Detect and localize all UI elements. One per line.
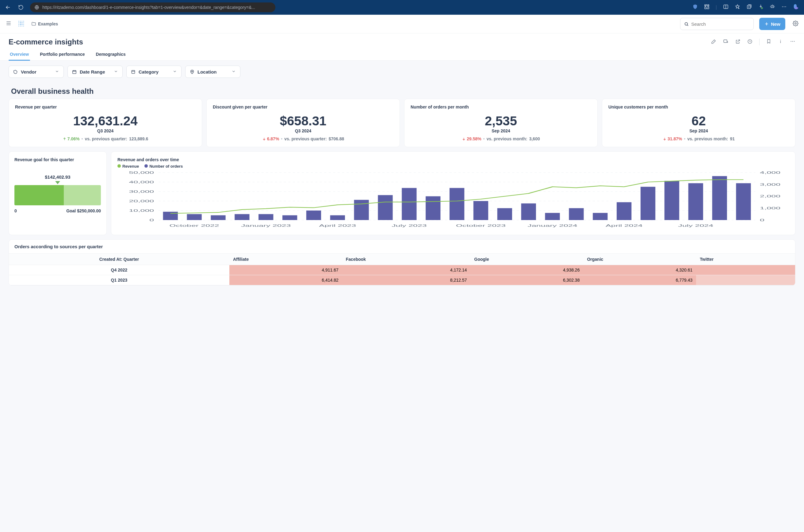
breadcrumb[interactable]: Examples xyxy=(31,21,58,26)
bookmark-button[interactable] xyxy=(766,39,771,45)
svg-point-23 xyxy=(685,22,688,25)
chevron-down-icon xyxy=(173,69,177,74)
svg-point-30 xyxy=(792,41,793,42)
downloads-icon[interactable] xyxy=(758,4,764,11)
metric-compare-label: vs. previous month: xyxy=(487,136,527,141)
svg-point-13 xyxy=(18,24,19,25)
divider xyxy=(759,39,760,45)
filter-category[interactable]: Category xyxy=(126,65,182,78)
svg-point-22 xyxy=(21,24,22,25)
info-button[interactable] xyxy=(778,39,783,45)
table-col-header[interactable]: Facebook xyxy=(342,254,471,265)
history-button[interactable] xyxy=(747,39,752,45)
svg-text:July 2024: July 2024 xyxy=(678,224,713,227)
svg-rect-74 xyxy=(688,183,703,220)
table-col-header[interactable]: Twitter xyxy=(696,254,795,265)
search-input[interactable] xyxy=(691,21,750,27)
table-col-header[interactable]: Created At: Quarter xyxy=(9,254,229,265)
table-cell[interactable]: 6,779.43 xyxy=(583,275,696,285)
metric-period: Q3 2024 xyxy=(15,128,195,133)
svg-point-27 xyxy=(780,40,781,40)
metric-delta: 29.58% xyxy=(462,136,481,141)
collections-icon[interactable] xyxy=(746,4,752,11)
svg-rect-53 xyxy=(187,214,202,220)
metric-period: Sep 2024 xyxy=(411,128,591,133)
breadcrumb-label: Examples xyxy=(38,21,58,26)
goal-axis-start: 0 xyxy=(14,208,17,213)
table-col-header[interactable]: Affiliate xyxy=(229,254,342,265)
add-card-button[interactable] xyxy=(723,39,729,45)
settings-button[interactable] xyxy=(793,21,799,27)
table-cell[interactable] xyxy=(696,275,795,285)
tab-demographics[interactable]: Demographics xyxy=(95,49,127,60)
chevron-down-icon xyxy=(114,69,118,74)
puzzle-icon[interactable] xyxy=(704,4,710,11)
svg-text:April 2024: April 2024 xyxy=(605,224,642,227)
svg-rect-61 xyxy=(378,195,392,220)
table-cell[interactable] xyxy=(696,265,795,275)
svg-rect-72 xyxy=(640,187,655,220)
table-col-header[interactable]: Organic xyxy=(583,254,696,265)
extension-shield-icon[interactable] xyxy=(692,4,698,11)
table-row: Q4 20224,911.674,172.144,938.264,320.61 xyxy=(9,265,795,275)
goal-card[interactable]: Revenue goal for this quarter $142,402.9… xyxy=(8,151,107,235)
svg-point-5 xyxy=(784,6,784,7)
metric-card[interactable]: Revenue per quarter 132,631.24 Q3 2024 7… xyxy=(8,99,202,147)
tab-portfolio[interactable]: Portfolio performance xyxy=(39,49,86,60)
reload-button[interactable] xyxy=(17,4,24,11)
globe-icon xyxy=(34,5,39,10)
metric-compare-value: 3,600 xyxy=(529,136,540,141)
svg-point-29 xyxy=(791,41,791,42)
svg-rect-71 xyxy=(617,202,631,220)
more-actions-button[interactable] xyxy=(790,39,796,45)
filter-date-range[interactable]: Date Range xyxy=(68,65,123,78)
metric-compare-value: $706.88 xyxy=(329,136,344,141)
svg-rect-63 xyxy=(426,196,440,220)
table-row-header[interactable]: Q4 2022 xyxy=(9,265,229,275)
tab-overview[interactable]: Overview xyxy=(8,49,30,60)
split-view-icon[interactable] xyxy=(723,4,729,11)
metric-period: Sep 2024 xyxy=(609,128,789,133)
title-row: E-commerce insights xyxy=(0,33,804,46)
svg-rect-62 xyxy=(402,188,416,220)
svg-text:0: 0 xyxy=(760,218,764,222)
svg-text:40,000: 40,000 xyxy=(129,180,154,184)
more-icon[interactable] xyxy=(781,4,787,11)
table-cell[interactable]: 4,172.14 xyxy=(342,265,471,275)
favorites-icon[interactable] xyxy=(735,4,740,11)
table-cell[interactable]: 4,320.61 xyxy=(583,265,696,275)
table-cell[interactable]: 4,911.67 xyxy=(229,265,342,275)
url-text: https://ritzademo.com/dashboard/1-e-comm… xyxy=(42,5,255,10)
app-logo[interactable] xyxy=(17,20,26,28)
table-cell[interactable]: 8,212.57 xyxy=(342,275,471,285)
filter-location[interactable]: Location xyxy=(185,65,240,78)
table-cell[interactable]: 6,414.82 xyxy=(229,275,342,285)
filter-vendor[interactable]: Vendor xyxy=(8,65,64,78)
menu-button[interactable] xyxy=(5,20,12,27)
share-button[interactable] xyxy=(735,39,741,45)
metrics-grid: Revenue per quarter 132,631.24 Q3 2024 7… xyxy=(0,99,804,147)
svg-point-19 xyxy=(20,22,21,23)
metric-compare-label: vs. previous quarter: xyxy=(85,136,127,141)
metric-card[interactable]: Unique customers per month 62 Sep 2024 3… xyxy=(602,99,796,147)
copilot-icon[interactable] xyxy=(793,3,800,11)
svg-text:April 2023: April 2023 xyxy=(319,224,356,227)
new-button[interactable]: New xyxy=(759,18,785,30)
edit-button[interactable] xyxy=(711,39,716,45)
goal-progress-bar xyxy=(14,185,101,205)
svg-point-6 xyxy=(785,6,786,7)
performance-icon[interactable] xyxy=(770,4,775,11)
table-col-header[interactable]: Google xyxy=(471,254,583,265)
svg-rect-57 xyxy=(282,215,297,220)
chart-card[interactable]: Revenue and orders over time Revenue Num… xyxy=(111,151,796,235)
back-button[interactable] xyxy=(4,4,12,11)
svg-point-16 xyxy=(20,26,21,26)
table-cell[interactable]: 4,938.26 xyxy=(471,265,583,275)
filter-label: Category xyxy=(138,69,158,74)
metric-card[interactable]: Discount given per quarter $658.31 Q3 20… xyxy=(206,99,400,147)
url-bar[interactable]: https://ritzademo.com/dashboard/1-e-comm… xyxy=(30,2,275,12)
table-cell[interactable]: 6,302.38 xyxy=(471,275,583,285)
table-row-header[interactable]: Q1 2023 xyxy=(9,275,229,285)
metric-card[interactable]: Number of orders per month 2,535 Sep 202… xyxy=(404,99,598,147)
search-box[interactable] xyxy=(680,18,754,30)
